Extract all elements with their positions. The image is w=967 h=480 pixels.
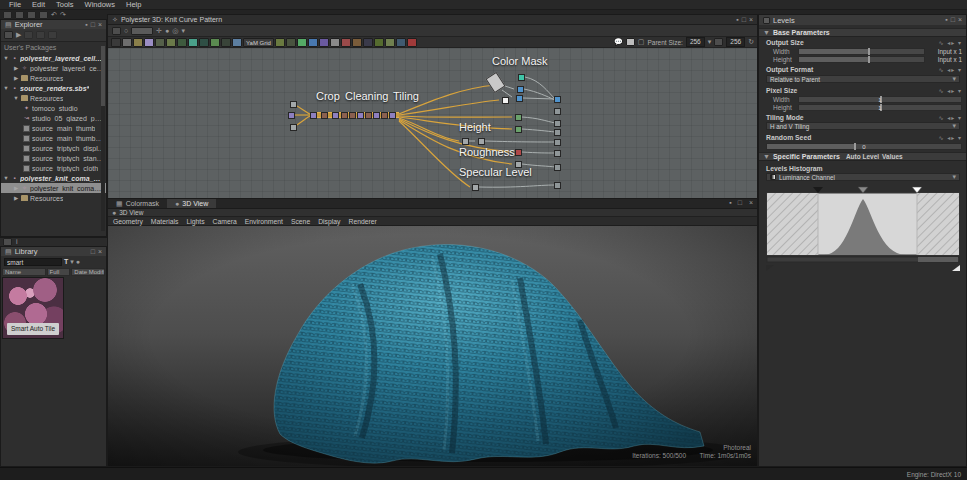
undo-icon[interactable]: ↶ (51, 11, 57, 19)
panel-float-icon[interactable]: □ (91, 21, 95, 29)
graph-node[interactable] (389, 112, 396, 119)
height-slider[interactable] (798, 56, 925, 63)
redo-icon[interactable]: ↷ (60, 11, 66, 19)
column-full[interactable]: Full (47, 268, 71, 276)
random-seed-slider[interactable]: 0 (766, 143, 962, 150)
graph-node[interactable] (357, 112, 364, 119)
panel-close-icon[interactable]: × (98, 248, 102, 256)
new-package-icon[interactable] (4, 31, 13, 39)
new-file-icon[interactable] (3, 11, 12, 19)
column-date-modified[interactable]: Date Modified (71, 268, 105, 276)
panel-close-icon[interactable]: × (98, 21, 102, 29)
graph-tab-title[interactable]: Polyester 3D: Knit Curve Pattern (121, 16, 222, 23)
panel-float-icon[interactable]: □ (91, 248, 95, 256)
view-mode-icon[interactable]: ● (76, 258, 80, 266)
graph-node-height[interactable] (478, 138, 485, 145)
values-button[interactable]: Values (882, 153, 903, 160)
chevron-right-icon[interactable]: ▶ (13, 65, 19, 71)
tree-item-resource[interactable]: ✦ tomoco_studio (1, 103, 106, 113)
panel-close-icon[interactable]: × (749, 16, 753, 24)
chevron-down-icon[interactable]: ▼ (3, 85, 9, 91)
folder-icon[interactable] (3, 238, 12, 246)
node-chip[interactable] (155, 38, 165, 47)
panel-float-icon[interactable]: □ (742, 16, 746, 24)
output-node[interactable] (554, 108, 561, 115)
height-value[interactable]: Input x 1 (928, 56, 962, 63)
tree-item-package[interactable]: ▼▪ polyester_layered_cell_me... (1, 53, 106, 63)
parameter-options-icons[interactable]: ∿ ◂▸ ▾ (939, 39, 962, 46)
node-chip-labeled[interactable]: YaM Grid (243, 38, 274, 47)
output-node[interactable] (554, 120, 561, 127)
output-node[interactable] (554, 129, 561, 136)
import-icon[interactable] (36, 31, 45, 39)
chevron-down-icon[interactable]: ▼ (3, 55, 9, 61)
graph-node[interactable] (365, 112, 372, 119)
tree-item-resources[interactable]: ▼ Resources (1, 93, 106, 103)
menu-renderer[interactable]: Renderer (348, 218, 376, 225)
3d-viewport[interactable]: Photoreal Iterations: 500/500 Time: 1m0s… (108, 226, 757, 466)
color-picker-icon[interactable]: ● (165, 27, 169, 35)
chevron-right-icon[interactable]: ▶ (13, 195, 19, 201)
tab-colormask[interactable]: ▦ Colormask (108, 199, 167, 208)
secondary-size-value[interactable]: 256 (726, 37, 745, 47)
panel-pin-icon[interactable]: ▪ (945, 16, 947, 24)
properties-header[interactable]: Levels ▪ □ × (759, 15, 966, 25)
graph-node[interactable] (349, 112, 356, 119)
zoom-icon[interactable]: ○ (124, 27, 128, 35)
tree-item-resource[interactable]: source_triptych_stand... (1, 153, 106, 163)
menu-environment[interactable]: Environment (245, 218, 283, 225)
tree-item-graph-selected[interactable]: ▶✧ polyester_knit_coma_patt (1, 183, 106, 193)
chevron-down-icon[interactable]: ▾ (708, 38, 712, 46)
swatch-icon[interactable] (626, 38, 635, 46)
graph-node-colormask[interactable] (502, 97, 509, 104)
save-icon[interactable] (27, 11, 36, 19)
node-chip[interactable] (221, 38, 231, 47)
graph-node-colormask[interactable] (516, 95, 523, 102)
panel-pin-icon[interactable]: ▪ (729, 199, 731, 208)
tree-item-resource[interactable]: ↝ studio_05_glazed_pat... (1, 113, 106, 123)
search-input[interactable] (4, 258, 62, 266)
grid-snap-icon[interactable] (112, 27, 121, 35)
graph-node-colormask[interactable] (517, 86, 524, 93)
panel-close-icon[interactable]: × (958, 16, 962, 24)
tree-item-package[interactable]: ▼▪ polyester_knit_coma_patte... (1, 173, 106, 183)
output-node[interactable] (554, 150, 561, 157)
specific-parameters-header[interactable]: ▼ Specific Parameters Auto Level Values (759, 152, 966, 161)
graph-node[interactable] (373, 112, 380, 119)
filter-icon[interactable]: T (64, 258, 68, 266)
output-node[interactable] (554, 164, 561, 171)
checkbox-icon[interactable]: ▢ (638, 38, 645, 46)
node-chip[interactable] (177, 38, 187, 47)
export-icon[interactable] (48, 31, 57, 39)
parent-size-value[interactable]: 256 (686, 37, 705, 47)
panel-float-icon[interactable]: □ (951, 16, 955, 24)
pan-icon[interactable]: ✛ (156, 27, 162, 35)
node-chip[interactable] (166, 38, 176, 47)
tab-3d-view[interactable]: ● 3D View (167, 199, 216, 208)
base-parameters-header[interactable]: ▼ Base Parameters (759, 28, 966, 37)
pixel-width-slider[interactable]: 1 (798, 96, 962, 103)
tree-item-resource[interactable]: source_main_thumb_4k (1, 133, 106, 143)
node-chip[interactable] (297, 38, 307, 47)
chevron-right-icon[interactable]: ▶ (13, 185, 19, 191)
graph-node[interactable] (290, 101, 297, 108)
column-name[interactable]: Name (2, 268, 46, 276)
comment-icon[interactable]: 💬 (614, 38, 623, 46)
parameter-options-icons[interactable]: ∿ ◂▸ ▾ (939, 134, 962, 141)
graph-node[interactable] (381, 112, 388, 119)
node-chip[interactable] (286, 38, 296, 47)
settings-icon[interactable]: ◎ (172, 27, 178, 35)
menu-materials[interactable]: Materials (151, 218, 179, 225)
node-chip[interactable] (319, 38, 329, 47)
menu-help[interactable]: Help (121, 0, 146, 10)
panel-float-icon[interactable]: □ (738, 199, 742, 208)
tree-item-resource[interactable]: source_triptych_cloth (1, 163, 106, 173)
tree-item-resources[interactable]: ▶ Resources (1, 73, 106, 83)
width-value[interactable]: Input x 1 (928, 48, 962, 55)
menu-geometry[interactable]: Geometry (113, 218, 143, 225)
graph-node-specular[interactable] (472, 184, 479, 191)
tiling-mode-dropdown[interactable]: H and V Tiling ▾ (766, 122, 960, 130)
tree-item-resource[interactable]: source_triptych_displ... (1, 143, 106, 153)
panel-pin-icon[interactable]: ▪ (736, 16, 738, 24)
menu-camera[interactable]: Camera (213, 218, 237, 225)
